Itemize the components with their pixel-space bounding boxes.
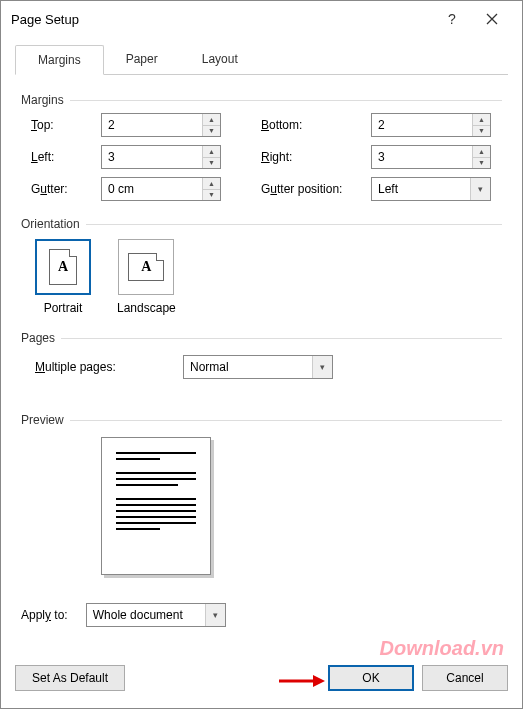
section-pages: Pages — [21, 331, 55, 345]
right-down[interactable]: ▼ — [473, 158, 490, 169]
bottom-down[interactable]: ▼ — [473, 126, 490, 137]
gutter-up[interactable]: ▲ — [203, 178, 220, 190]
label-multiple-pages: Multiple pages: — [35, 360, 165, 374]
label-top: Top: — [31, 118, 101, 132]
cancel-button[interactable]: Cancel — [422, 665, 508, 691]
top-up[interactable]: ▲ — [203, 114, 220, 126]
tab-layout[interactable]: Layout — [180, 45, 260, 74]
set-default-button[interactable]: Set As Default — [15, 665, 125, 691]
left-input[interactable] — [102, 146, 202, 168]
orientation-landscape[interactable]: A Landscape — [117, 239, 176, 315]
left-spinner[interactable]: ▲▼ — [101, 145, 221, 169]
label-landscape: Landscape — [117, 301, 176, 315]
dialog-title: Page Setup — [11, 12, 432, 27]
top-input[interactable] — [102, 114, 202, 136]
tab-paper[interactable]: Paper — [104, 45, 180, 74]
right-input[interactable] — [372, 146, 472, 168]
chevron-down-icon: ▾ — [205, 604, 225, 626]
tab-bar: Margins Paper Layout — [15, 45, 508, 75]
bottom-input[interactable] — [372, 114, 472, 136]
right-up[interactable]: ▲ — [473, 146, 490, 158]
multiple-pages-dropdown[interactable]: Normal▾ — [183, 355, 333, 379]
left-up[interactable]: ▲ — [203, 146, 220, 158]
label-gutter-pos: Gutter position: — [261, 182, 371, 196]
left-down[interactable]: ▼ — [203, 158, 220, 169]
bottom-up[interactable]: ▲ — [473, 114, 490, 126]
label-bottom: Bottom: — [261, 118, 371, 132]
label-gutter: Gutter: — [31, 182, 101, 196]
section-orientation: Orientation — [21, 217, 80, 231]
close-button[interactable] — [472, 5, 512, 33]
chevron-down-icon: ▾ — [470, 178, 490, 200]
ok-button[interactable]: OK — [328, 665, 414, 691]
orientation-portrait[interactable]: A Portrait — [35, 239, 91, 315]
top-down[interactable]: ▼ — [203, 126, 220, 137]
apply-to-dropdown[interactable]: Whole document▾ — [86, 603, 226, 627]
gutter-input[interactable] — [102, 178, 202, 200]
gutter-spinner[interactable]: ▲▼ — [101, 177, 221, 201]
gutter-pos-dropdown[interactable]: Left▾ — [371, 177, 491, 201]
bottom-spinner[interactable]: ▲▼ — [371, 113, 491, 137]
gutter-down[interactable]: ▼ — [203, 190, 220, 201]
label-left: Left: — [31, 150, 101, 164]
chevron-down-icon: ▾ — [312, 356, 332, 378]
preview-thumbnail — [101, 437, 211, 575]
right-spinner[interactable]: ▲▼ — [371, 145, 491, 169]
label-apply-to: Apply to: — [21, 608, 68, 622]
help-button[interactable]: ? — [432, 5, 472, 33]
label-portrait: Portrait — [44, 301, 83, 315]
section-margins: Margins — [21, 93, 64, 107]
top-spinner[interactable]: ▲▼ — [101, 113, 221, 137]
tab-margins[interactable]: Margins — [15, 45, 104, 75]
label-right: Right: — [261, 150, 371, 164]
section-preview: Preview — [21, 413, 64, 427]
